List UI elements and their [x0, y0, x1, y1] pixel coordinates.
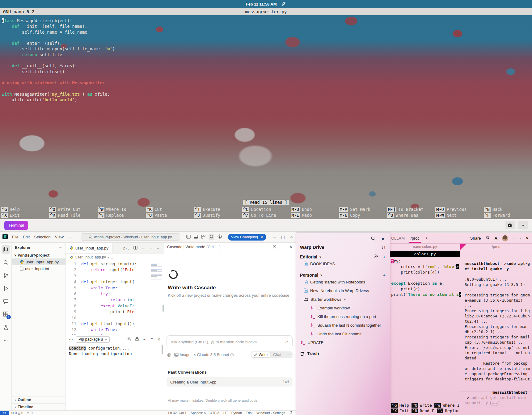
command-block-2[interactable]: messwiththebest ->sudo apt-get install m… [465, 384, 530, 411]
layout-grid-icon[interactable] [201, 235, 205, 240]
nano-shortcut[interactable]: M-ASet Mark [339, 207, 387, 212]
nano-shortcut[interactable]: ^FForward [484, 212, 532, 218]
add-icon[interactable]: + [383, 254, 386, 259]
drive-doc-getting-started[interactable]: Getting started with Notebooks [296, 278, 390, 286]
language-mode[interactable]: Python [231, 411, 242, 415]
nano-shortcut[interactable]: ^KCut [146, 207, 194, 212]
enter-icon[interactable]: ↵ [285, 340, 289, 344]
share-user-add-icon[interactable] [374, 254, 378, 259]
image-attach-button[interactable]: Image [174, 353, 191, 357]
starter-workflows-folder[interactable]: Starter workflows ∨ [296, 295, 390, 304]
nano-shortcut[interactable]: ^XExit [391, 408, 409, 414]
cursor-position[interactable]: Ln 32, Col 1 [168, 411, 187, 415]
nav-back-icon[interactable]: ← [141, 246, 145, 250]
nano-shortcut[interactable]: ^OWrite Out [49, 207, 97, 212]
notifications-bell-icon[interactable] [289, 411, 293, 415]
mode-more-icon[interactable]: ⋯ [285, 352, 292, 357]
explorer-more-icon[interactable]: ⋯ [59, 245, 63, 250]
nano-shortcut[interactable]: ^UPaste [146, 212, 194, 218]
add-icon[interactable]: + [383, 272, 386, 278]
close-window-button[interactable]: ✕ [526, 236, 529, 241]
write-mode-toggle[interactable]: Write [251, 352, 270, 357]
chevron-down-icon[interactable]: ⌄ [433, 237, 435, 240]
tab-user-input-app[interactable]: user_input_app.py [66, 243, 112, 253]
run-python-button[interactable]: ▷ ⌄ [124, 246, 130, 250]
nano-shortcut[interactable]: ^\Replace [98, 212, 146, 218]
new-conversation-icon[interactable]: + [266, 245, 268, 249]
pane-nano-colors[interactable]: nano colors.py colors.py try: colors = [… [390, 244, 460, 415]
nano-shortcut[interactable]: ^RRead F [412, 408, 434, 414]
nano-shortcut[interactable]: ^RRead File [49, 212, 97, 218]
nano-shortcut[interactable]: ^XExit [1, 212, 49, 218]
tab-proc[interactable]: /proc [409, 234, 421, 243]
cascade-more-icon[interactable]: ⋯ [281, 245, 285, 249]
tree-file-user-input-app[interactable]: user_input_app.py [12, 258, 65, 265]
command-output[interactable]: .8.0-0ubuntu1) ... Setting up guake (3.8… [465, 277, 530, 381]
nano-shortcut[interactable]: ^/Go To Line [242, 212, 290, 218]
model-selector[interactable]: ∧ Claude 3.5 Sonnet ? [193, 353, 234, 357]
maximize-button[interactable]: ▢ [281, 235, 285, 239]
conversation-item[interactable]: Creating a User Input App 14d [167, 377, 293, 387]
eol-sequence[interactable]: LF [223, 411, 227, 415]
account-icon[interactable] [217, 234, 222, 240]
tab-partial[interactable]: OLLAM [391, 236, 405, 241]
personal-section-header[interactable]: Personal ∨ + [296, 268, 390, 278]
run-debug-icon[interactable] [2, 284, 10, 293]
panel-maximize-icon[interactable]: ⌃ [150, 337, 154, 342]
minimap[interactable] [151, 262, 162, 280]
drive-workflow-update[interactable]: $_ UPDATE [296, 338, 390, 347]
code-editor[interactable]: 1def get_string_input():2 return input('… [66, 261, 164, 335]
nano-shortcut[interactable]: ^QWhere Was [387, 212, 435, 218]
nano-shortcut[interactable]: M-WNext [435, 212, 483, 218]
drive-search-icon[interactable] [371, 236, 375, 242]
editor-more-icon[interactable]: ⋯ [157, 246, 161, 250]
panel-more-icon[interactable]: ⋯ [69, 337, 73, 342]
lock-icon[interactable] [135, 337, 139, 342]
panel-close-icon[interactable]: ✕ [157, 337, 161, 342]
menu-overflow-icon[interactable]: ⋯ [68, 235, 72, 239]
search-icon[interactable] [2, 258, 10, 267]
source-control-icon[interactable] [2, 271, 10, 280]
remote-indicator[interactable]: >< [0, 411, 9, 415]
nano-shortcut[interactable]: ^TExecute [194, 207, 242, 212]
toggle-panel-icon[interactable] [194, 235, 198, 240]
history-icon[interactable] [272, 245, 277, 249]
close-window-button[interactable]: ✕ [290, 235, 293, 239]
nano-shortcut[interactable]: ^JJustify [194, 212, 242, 218]
toggle-sidebar-icon[interactable] [186, 235, 191, 240]
clear-terminal-icon[interactable] [127, 337, 132, 342]
workflow-item[interactable]: $_ Example workflow [296, 304, 390, 312]
windsurf-settings[interactable]: Windsurf - Settings [256, 411, 285, 415]
assistant-icon[interactable]: A [495, 236, 497, 241]
terminal-output[interactable]: Loading configuration.... Done loading c… [66, 344, 164, 410]
testing-flask-icon[interactable] [2, 323, 10, 332]
terminal-app-button[interactable]: Terminal [4, 221, 28, 230]
drive-doc-new-notebooks[interactable]: New: Notebooks in Warp Drivess [296, 286, 390, 295]
nano-shortcut[interactable]: ^CLocation [242, 207, 290, 212]
explorer-icon[interactable] [2, 245, 10, 254]
menu-edit[interactable]: Edit [23, 235, 30, 239]
tree-project-root[interactable]: ∨ windsurf-project [12, 252, 65, 258]
nano-shortcut[interactable]: ^GHelp [391, 403, 409, 408]
extensions-icon[interactable]: 2 [2, 310, 10, 319]
maximize-button[interactable]: ▫ [520, 237, 521, 240]
encoding[interactable]: UTF-8 [210, 411, 219, 415]
view-changelog-button[interactable]: View Changelog ✕ [228, 234, 266, 241]
windsurf-title-bar[interactable]: File Edit Selection View ⋯ windsurf-proj… [0, 232, 296, 243]
nano-shortcut[interactable]: ^BBack [484, 207, 532, 212]
problems-indicator[interactable]: ⊗ 0 △ 0 [11, 411, 23, 415]
system-top-bar[interactable]: Feb 11 11:58 AM [0, 0, 532, 8]
editorial-section-header[interactable]: Editorial ∨ + [296, 250, 390, 259]
nano-colors-code[interactable]: try: colors = ['red', 'blue'> print(colo… [390, 258, 460, 297]
scrollbar[interactable] [162, 345, 163, 354]
workflow-item[interactable]: $_ Undo the last Git commit [296, 329, 390, 338]
tree-file-user-input-txt[interactable]: user_input.txt [12, 265, 65, 272]
nano-shortcut[interactable]: ^OWrite [412, 403, 432, 408]
sort-icon[interactable]: ↓↑ [382, 245, 386, 249]
menu-selection[interactable]: Selection [34, 235, 50, 239]
ports-indicator[interactable]: 0 [26, 411, 32, 415]
nano-shortcut[interactable]: M-ERedo [291, 212, 339, 218]
cascade-input[interactable]: Ask anything (Ctrl+L), @ to mention code… [167, 335, 293, 348]
cascade-close-icon[interactable]: ✕ [289, 245, 293, 249]
share-button[interactable]: Share [470, 236, 481, 241]
